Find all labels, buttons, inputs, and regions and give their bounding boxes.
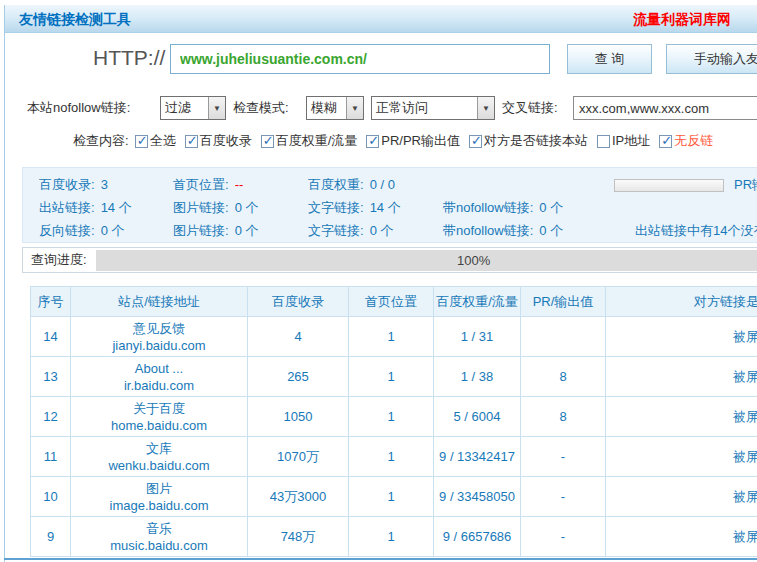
cell-baidu-index: 1070万 xyxy=(248,437,349,477)
url-input[interactable] xyxy=(170,44,550,74)
check-item-label: 无反链 xyxy=(674,132,713,150)
query-button[interactable]: 查 询 xyxy=(567,44,652,74)
site-name-link[interactable]: 文库 xyxy=(71,440,247,457)
cell-status: 被屏蔽的域名 xyxy=(606,477,757,517)
cell-weight: 1 / 31 xyxy=(434,317,521,357)
protocol-label: HTTP:// xyxy=(93,46,165,70)
table-row: 13 About ... ir.baidu.com 265 1 1 / 38 8… xyxy=(31,357,757,397)
chevron-down-icon[interactable] xyxy=(208,97,225,119)
cell-pr: - xyxy=(521,517,606,557)
pr-bar xyxy=(614,179,724,192)
site-url-link[interactable]: music.baidu.com xyxy=(71,537,247,554)
check-item[interactable]: 全选 xyxy=(135,132,176,150)
progress-label: 查询进度: xyxy=(31,251,96,269)
site-url-link[interactable]: image.baidu.com xyxy=(71,497,247,514)
site-url-link[interactable]: home.baidu.com xyxy=(71,417,247,434)
cell-pr: 8 xyxy=(521,397,606,437)
cell-site: 意见反馈 jianyi.baidu.com xyxy=(71,317,248,357)
access-select-value: 正常访问 xyxy=(372,99,477,117)
pr-output-stat: PR输出值:0.03 xyxy=(614,176,757,194)
page-left-border xyxy=(4,5,5,562)
site-name-link[interactable]: 意见反馈 xyxy=(71,320,247,337)
site-name-link[interactable]: About ... xyxy=(71,360,247,377)
col-header-no: 序号 xyxy=(31,287,71,317)
access-select[interactable]: 正常访问 xyxy=(371,96,495,120)
site-name-link[interactable]: 图片 xyxy=(71,480,247,497)
progress-bar: 100% xyxy=(96,250,757,271)
check-item-label: 全选 xyxy=(150,132,176,150)
cell-baidu-index: 43万3000 xyxy=(248,477,349,517)
col-header-status: 对方链接是否有本站的链接 xyxy=(606,287,757,317)
col-header-index: 百度收录 xyxy=(248,287,349,317)
col-header-pr: PR/输出值 xyxy=(521,287,606,317)
image-links-stat-1: 图片链接:0 个 xyxy=(173,199,308,217)
summary-row-1: 百度收录:3 首页位置:-- 百度权重:0 / 0 PR输出值:0.03 xyxy=(39,173,757,196)
cell-baidu-index: 265 xyxy=(248,357,349,397)
check-item[interactable]: 对方是否链接本站 xyxy=(469,132,588,150)
site-url-link[interactable]: ir.baidu.com xyxy=(71,377,247,394)
home-position-stat: 首页位置:-- xyxy=(173,176,308,194)
cell-no: 10 xyxy=(31,477,71,517)
cell-baidu-index: 4 xyxy=(248,317,349,357)
table-row: 12 关于百度 home.baidu.com 1050 1 5 / 6004 8… xyxy=(31,397,757,437)
cell-no: 11 xyxy=(31,437,71,477)
checkbox-icon[interactable] xyxy=(135,135,148,148)
cell-weight: 5 / 6004 xyxy=(434,397,521,437)
cell-status: 被屏蔽的域名 xyxy=(606,397,757,437)
cell-site: 音乐 music.baidu.com xyxy=(71,517,248,557)
cell-status: 被屏蔽的域名 xyxy=(606,517,757,557)
cell-no: 9 xyxy=(31,517,71,557)
check-item-label: IP地址 xyxy=(612,132,650,150)
backlinks-stat: 反向链接:0 个 xyxy=(39,222,173,240)
check-item[interactable]: PR/PR输出值 xyxy=(366,132,460,150)
mode-select[interactable]: 模糊 xyxy=(306,96,364,120)
check-item-label: PR/PR输出值 xyxy=(381,132,460,150)
col-header-site: 站点/链接地址 xyxy=(71,287,248,317)
cell-home-position: 1 xyxy=(349,397,434,437)
table-row: 14 意见反馈 jianyi.baidu.com 4 1 1 / 31 被屏蔽的… xyxy=(31,317,757,357)
checkbox-icon[interactable] xyxy=(469,135,482,148)
check-item[interactable]: 无反链 xyxy=(659,132,713,150)
site-name-link[interactable]: 音乐 xyxy=(71,520,247,537)
cell-weight: 1 / 38 xyxy=(434,357,521,397)
header-bar: 友情链接检测工具 流量利器词库网 xyxy=(5,5,757,33)
checkbox-icon[interactable] xyxy=(366,135,379,148)
nofollow-links-stat-2: 带nofollow链接:0 个 xyxy=(443,222,635,240)
checkbox-icon[interactable] xyxy=(185,135,198,148)
cross-link-label: 交叉链接: xyxy=(502,99,558,117)
cell-home-position: 1 xyxy=(349,317,434,357)
checkbox-icon[interactable] xyxy=(597,135,610,148)
text-links-stat-2: 文字链接:0 个 xyxy=(308,222,443,240)
cell-no: 13 xyxy=(31,357,71,397)
links-table: 序号 站点/链接地址 百度收录 首页位置 百度权重/流量 PR/输出值 对方链接… xyxy=(30,286,757,557)
check-item[interactable]: 百度收录 xyxy=(185,132,252,150)
site-brand-link[interactable]: 流量利器词库网 xyxy=(633,5,731,33)
cell-home-position: 1 xyxy=(349,477,434,517)
manual-input-button[interactable]: 手动输入友情链接 xyxy=(666,44,757,74)
cell-status: 被屏蔽的域名 xyxy=(606,357,757,397)
site-url-link[interactable]: jianyi.baidu.com xyxy=(71,337,247,354)
col-header-position: 首页位置 xyxy=(349,287,434,317)
checkbox-icon[interactable] xyxy=(261,135,274,148)
check-content-row: 检查内容: 全选 百度收录 百度权重/流量 PR/PR输出值 对方是否链接本站 … xyxy=(73,132,722,150)
summary-row-3: 反向链接:0 个 图片链接:0 个 文字链接:0 个 带nofollow链接:0… xyxy=(39,219,757,242)
table-row: 9 音乐 music.baidu.com 748万 1 9 / 6657686 … xyxy=(31,517,757,557)
nofollow-select[interactable]: 过滤 xyxy=(160,96,226,120)
nofollow-select-value: 过滤 xyxy=(161,99,208,117)
cross-link-input[interactable] xyxy=(573,96,757,120)
chevron-down-icon[interactable] xyxy=(477,97,494,119)
nofollow-links-stat-1: 带nofollow链接:0 个 xyxy=(443,199,635,217)
outbound-stat: 出站链接:14 个 xyxy=(39,199,173,217)
cell-pr: - xyxy=(521,477,606,517)
nofollow-label: 本站nofollow链接: xyxy=(27,99,130,117)
site-url-link[interactable]: wenku.baidu.com xyxy=(71,457,247,474)
checkbox-icon[interactable] xyxy=(659,135,672,148)
cell-pr: 8 xyxy=(521,357,606,397)
check-item[interactable]: 百度权重/流量 xyxy=(261,132,358,150)
chevron-down-icon[interactable] xyxy=(346,97,363,119)
cell-pr xyxy=(521,317,606,357)
site-name-link[interactable]: 关于百度 xyxy=(71,400,247,417)
check-item[interactable]: IP地址 xyxy=(597,132,650,150)
check-items: 全选 百度收录 百度权重/流量 PR/PR输出值 对方是否链接本站 IP地址 无… xyxy=(135,132,723,150)
progress-section: 查询进度: 100% xyxy=(22,247,757,273)
